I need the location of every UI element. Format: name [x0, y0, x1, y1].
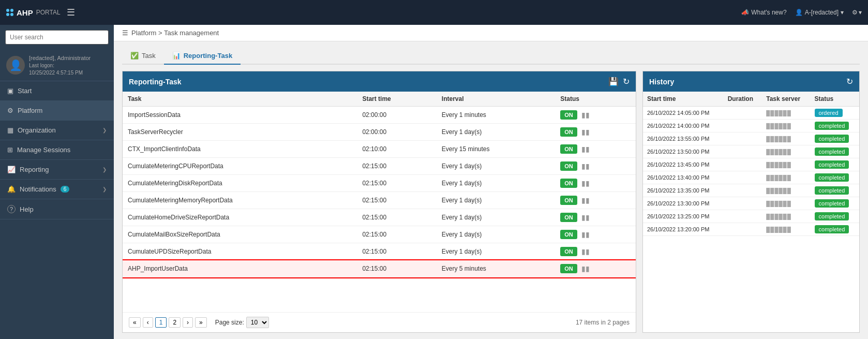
history-table: Start time Duration Task server Status 2… [643, 92, 859, 236]
export-button[interactable]: 💾 [608, 77, 619, 86]
history-refresh-button[interactable]: ↻ [846, 77, 853, 86]
user-dropdown-icon: ▾ [841, 9, 844, 16]
logo-ahp: AHP [17, 8, 33, 17]
history-task-server: ██████ [762, 171, 810, 184]
table-row[interactable]: ImportSessionData 02:00:00 Every 1 minut… [123, 107, 636, 124]
sidebar-item-platform[interactable]: ⚙ Platform [0, 101, 114, 121]
tab-label: Reporting-Task [184, 52, 232, 60]
table-row[interactable]: AHP_ImportUserData 02:15:00 Every 5 minu… [123, 260, 636, 277]
history-panel: History ↻ Start time Duration Task serve… [642, 71, 860, 333]
status-badge: completed [815, 186, 849, 195]
table-row[interactable]: CumulateMailBoxSizeReportData 02:15:00 E… [123, 226, 636, 243]
reporting-task-panel: Reporting-Task 💾 ↻ Task Start time [122, 71, 636, 333]
pause-button[interactable]: ▮▮ [581, 179, 590, 187]
monitor-icon: ▣ [7, 87, 13, 95]
pause-button[interactable]: ▮▮ [581, 213, 590, 222]
tab-reporting-task[interactable]: 📊 Reporting-Task [164, 48, 241, 65]
prev-page-button[interactable]: ‹ [143, 317, 153, 328]
first-page-button[interactable]: « [129, 317, 141, 328]
search-input[interactable] [5, 30, 109, 45]
sidebar-item-manage-sessions[interactable]: ⊞ Manage Sessions [0, 140, 114, 160]
breadcrumb: ☰ Platform > Task management [114, 25, 868, 41]
sidebar-item-label: Platform [18, 107, 42, 114]
page-size-select[interactable]: 10 20 50 [246, 317, 269, 328]
sidebar-item-organization[interactable]: ▦ Organization ❯ [0, 121, 114, 140]
history-panel-header: History ↻ [643, 71, 859, 92]
status-on-button[interactable]: ON [560, 196, 577, 205]
history-row: 26/10/2022 13:20:00 PM ██████ completed [643, 223, 859, 236]
pause-button[interactable]: ▮▮ [581, 247, 590, 256]
sidebar-item-reporting[interactable]: 📈 Reporting ❯ [0, 160, 114, 180]
status-cell: ON ▮▮ [555, 175, 636, 192]
history-task-server: ██████ [762, 145, 810, 158]
pause-button[interactable]: ▮▮ [581, 128, 590, 136]
history-task-server: ██████ [762, 107, 810, 120]
user-menu-button[interactable]: 👤 A-[redacted] ▾ [795, 9, 844, 16]
task-tab-icon: ✅ [130, 52, 139, 60]
tab-task[interactable]: ✅ Task [122, 48, 164, 65]
history-start-time: 26/10/2022 13:30:00 PM [643, 197, 724, 210]
status-on-button[interactable]: ON [560, 247, 577, 256]
table-row[interactable]: TaskServerRecycler 02:00:00 Every 1 day(… [123, 124, 636, 141]
table-row[interactable]: CumulateMeteringMemoryReportData 02:15:0… [123, 192, 636, 209]
pause-button[interactable]: ▮▮ [581, 230, 590, 239]
history-start-time: 26/10/2022 14:00:00 PM [643, 120, 724, 132]
chevron-right-icon: ❯ [102, 127, 107, 133]
sidebar-item-help[interactable]: ? Help [0, 199, 114, 219]
pause-button[interactable]: ▮▮ [581, 264, 590, 273]
pause-button[interactable]: ▮▮ [581, 111, 590, 119]
history-start-time: 26/10/2022 13:40:00 PM [643, 171, 724, 184]
history-row: 26/10/2022 13:40:00 PM ██████ completed [643, 171, 859, 184]
status-on-button[interactable]: ON [560, 144, 577, 154]
status-on-button[interactable]: ON [560, 213, 577, 222]
pause-button[interactable]: ▮▮ [581, 145, 590, 153]
avatar: 👤 [6, 56, 25, 75]
history-header-row: Start time Duration Task server Status [643, 92, 859, 107]
status-on-button[interactable]: ON [560, 127, 577, 137]
pause-button[interactable]: ▮▮ [581, 162, 590, 170]
sidebar-item-notifications[interactable]: 🔔 Notifications 6 ❯ [0, 180, 114, 199]
col-status: Status [555, 92, 636, 107]
page-2-button[interactable]: 2 [169, 317, 181, 328]
history-row: 26/10/2022 14:00:00 PM ██████ completed [643, 120, 859, 132]
status-on-button[interactable]: ON [560, 161, 577, 171]
history-col-duration: Duration [724, 92, 762, 107]
breadcrumb-icon: ☰ [122, 29, 128, 37]
history-status: completed [811, 223, 859, 236]
refresh-button[interactable]: ↻ [623, 77, 630, 86]
status-badge: ordered [815, 109, 843, 117]
table-row[interactable]: CumulateMeteringDiskReportData 02:15:00 … [123, 175, 636, 192]
logo-dots-icon [6, 9, 13, 16]
hamburger-icon[interactable]: ☰ [67, 7, 75, 18]
history-duration [724, 171, 762, 184]
status-badge: completed [815, 225, 849, 233]
status-on-button[interactable]: ON [560, 179, 577, 188]
reporting-task-panel-header: Reporting-Task 💾 ↻ [123, 71, 636, 92]
status-on-button[interactable]: ON [560, 264, 577, 273]
pause-button[interactable]: ▮▮ [581, 196, 590, 204]
page-1-button[interactable]: 1 [155, 317, 167, 328]
sidebar-item-label: Notifications [20, 185, 56, 193]
table-row[interactable]: CumulateMeteringCPUReportData 02:15:00 E… [123, 158, 636, 175]
interval-cell: Every 15 minutes [437, 141, 555, 158]
next-page-button[interactable]: › [183, 317, 193, 328]
table-row[interactable]: CumulateUPDSizeReportData 02:15:00 Every… [123, 243, 636, 260]
interval-cell: Every 1 day(s) [437, 175, 555, 192]
settings-button[interactable]: ⚙ ▾ [852, 9, 862, 16]
history-col-status: Status [811, 92, 859, 107]
whats-new-button[interactable]: 📣 What's new? [741, 9, 786, 16]
table-row[interactable]: CTX_ImportClientInfoData 02:10:00 Every … [123, 141, 636, 158]
history-status: ordered [811, 107, 859, 120]
start-time-cell: 02:15:00 [357, 158, 436, 175]
start-time-cell: 02:10:00 [357, 141, 436, 158]
status-cell: ON ▮▮ [555, 124, 636, 141]
start-time-cell: 02:15:00 [357, 260, 436, 277]
last-page-button[interactable]: » [195, 317, 207, 328]
page-info: 17 items in 2 pages [576, 319, 630, 326]
history-row: 26/10/2022 13:25:00 PM ██████ completed [643, 210, 859, 223]
col-task: Task [123, 92, 357, 107]
status-on-button[interactable]: ON [560, 230, 577, 239]
table-row[interactable]: CumulateHomeDriveSizeReportData 02:15:00… [123, 209, 636, 226]
status-on-button[interactable]: ON [560, 110, 577, 120]
sidebar-item-start[interactable]: ▣ Start [0, 81, 114, 101]
